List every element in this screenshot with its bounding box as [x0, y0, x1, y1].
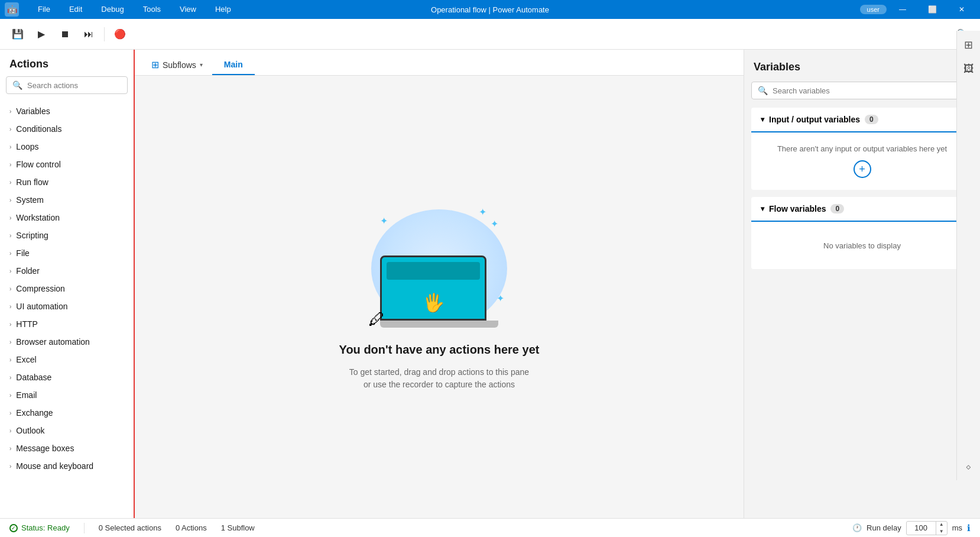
action-item-scripting[interactable]: › Scripting: [0, 227, 134, 244]
action-item-message-boxes[interactable]: › Message boxes: [0, 439, 134, 457]
actions-search-icon: 🔍: [12, 80, 22, 90]
chevron-icon: ›: [9, 374, 11, 381]
app-title: Operational flow | Power Automate: [431, 5, 549, 14]
eraser-icon[interactable]: ⬦: [959, 457, 978, 475]
status-dot-icon: [9, 524, 18, 532]
menu-file[interactable]: File: [33, 2, 55, 17]
actions-search-input[interactable]: [27, 81, 121, 90]
minimize-button[interactable]: —: [889, 0, 916, 19]
action-item-run-flow[interactable]: › Run flow: [0, 173, 134, 191]
variables-search-box[interactable]: 🔍: [751, 82, 973, 99]
actions-search-box[interactable]: 🔍: [6, 76, 128, 94]
app-body: 💾 ▶ ⏹ ⏭ 🔴 🔍 Actions 🔍 › Variables › Con: [0, 19, 980, 537]
flow-variables-body: No variables to display: [751, 222, 973, 269]
run-delay-label: Run delay: [867, 523, 901, 532]
input-output-variables-label: Input / output variables: [769, 115, 860, 124]
menu-tools[interactable]: Tools: [138, 2, 166, 17]
image-icon[interactable]: 🖼: [959, 59, 978, 78]
action-item-flow-control[interactable]: › Flow control: [0, 156, 134, 173]
action-item-label: Email: [16, 390, 37, 400]
action-item-label: Run flow: [16, 177, 48, 187]
action-item-ui-automation[interactable]: › UI automation: [0, 297, 134, 315]
info-icon[interactable]: ℹ: [967, 523, 971, 533]
restore-button[interactable]: ⬜: [919, 0, 946, 19]
right-icon-panel: ⊞ 🖼 ⬦: [956, 50, 980, 480]
action-item-label: File: [16, 248, 30, 258]
chevron-icon: ›: [9, 286, 11, 292]
action-item-exchange[interactable]: › Exchange: [0, 404, 134, 422]
chevron-icon: ›: [9, 463, 11, 470]
flow-variables-header[interactable]: ▾ Flow variables 0: [751, 197, 973, 222]
chevron-icon: ›: [9, 321, 11, 328]
menu-edit[interactable]: Edit: [64, 2, 87, 17]
titlebar-controls: user — ⬜ ✕: [860, 0, 975, 19]
variables-search-icon: 🔍: [758, 86, 768, 95]
add-input-output-variable-button[interactable]: +: [854, 160, 871, 178]
clock-icon: 🕐: [852, 523, 862, 532]
action-item-system[interactable]: › System: [0, 191, 134, 209]
action-item-label: Excel: [16, 355, 36, 364]
laptop-base: [380, 321, 498, 328]
menu-debug[interactable]: Debug: [96, 2, 128, 17]
empty-subtitle-line1: To get started, drag and drop actions to…: [349, 367, 529, 377]
chevron-icon: ›: [9, 410, 11, 416]
run-delay-group: 🕐 Run delay 100 ▲ ▼ ms ℹ: [852, 521, 971, 535]
menu-view[interactable]: View: [175, 2, 201, 17]
tab-subflows-label: Subflows: [163, 60, 196, 70]
run-delay-up-button[interactable]: ▲: [936, 521, 947, 528]
chevron-icon: ›: [9, 357, 11, 363]
run-delay-input[interactable]: 100 ▲ ▼: [906, 521, 947, 535]
actions-count-label: 0 Actions: [176, 523, 207, 532]
stop-button[interactable]: ⏹: [54, 24, 76, 45]
action-item-file[interactable]: › File: [0, 244, 134, 262]
action-item-label: Compression: [16, 284, 64, 293]
action-item-variables[interactable]: › Variables: [0, 102, 134, 120]
action-item-label: Loops: [16, 142, 38, 151]
empty-subtitle-line2: or use the recorder to capture the actio…: [364, 380, 515, 389]
status-ready: Status: Ready: [9, 523, 70, 532]
action-item-excel[interactable]: › Excel: [0, 351, 134, 368]
variables-panel: Variables ✕ 🔍 ▾ Input / output variables…: [744, 50, 980, 518]
action-item-mouse-keyboard[interactable]: › Mouse and keyboard: [0, 457, 134, 475]
action-item-loops[interactable]: › Loops: [0, 138, 134, 156]
action-item-label: Database: [16, 373, 51, 382]
illus-laptop: 🖐: [380, 255, 498, 328]
tab-main[interactable]: Main: [212, 55, 255, 75]
chevron-icon: ›: [9, 144, 11, 150]
run-button[interactable]: ▶: [31, 24, 52, 45]
layers-icon[interactable]: ⊞: [959, 50, 978, 54]
tab-subflows[interactable]: ⊞ Subflows ▾: [142, 54, 212, 75]
action-item-database[interactable]: › Database: [0, 368, 134, 386]
variables-search-input[interactable]: [773, 86, 966, 95]
action-item-workstation[interactable]: › Workstation: [0, 209, 134, 227]
chevron-icon: ›: [9, 197, 11, 203]
actions-panel: Actions 🔍 › Variables › Conditionals › L…: [0, 50, 135, 518]
action-item-label: Mouse and keyboard: [16, 461, 93, 471]
chevron-icon: ›: [9, 428, 11, 434]
record-button[interactable]: 🔴: [109, 24, 131, 45]
action-item-conditionals[interactable]: › Conditionals: [0, 120, 134, 138]
action-item-folder[interactable]: › Folder: [0, 262, 134, 280]
chevron-icon: ›: [9, 126, 11, 132]
action-item-http[interactable]: › HTTP: [0, 315, 134, 333]
action-item-label: Folder: [16, 266, 40, 276]
close-button[interactable]: ✕: [948, 0, 975, 19]
variables-header: Variables ✕: [744, 50, 980, 82]
run-delay-value: 100: [907, 523, 936, 532]
menu-help[interactable]: Help: [210, 2, 236, 17]
action-item-outlook[interactable]: › Outlook: [0, 422, 134, 439]
input-output-variables-header[interactable]: ▾ Input / output variables 0: [751, 108, 973, 132]
run-delay-arrows: ▲ ▼: [936, 521, 947, 535]
flow-variables-count: 0: [830, 204, 844, 213]
actions-panel-title: Actions: [0, 50, 134, 76]
action-item-label: Browser automation: [16, 337, 90, 347]
action-item-compression[interactable]: › Compression: [0, 280, 134, 297]
action-item-email[interactable]: › Email: [0, 386, 134, 404]
action-item-browser-automation[interactable]: › Browser automation: [0, 333, 134, 351]
run-delay-down-button[interactable]: ▼: [936, 528, 947, 535]
titlebar: 🤖 File Edit Debug Tools View Help Operat…: [0, 0, 980, 19]
chevron-icon: ›: [9, 445, 11, 452]
next-step-button[interactable]: ⏭: [78, 24, 99, 45]
save-button[interactable]: 💾: [7, 24, 28, 45]
chevron-icon: ›: [9, 161, 11, 168]
